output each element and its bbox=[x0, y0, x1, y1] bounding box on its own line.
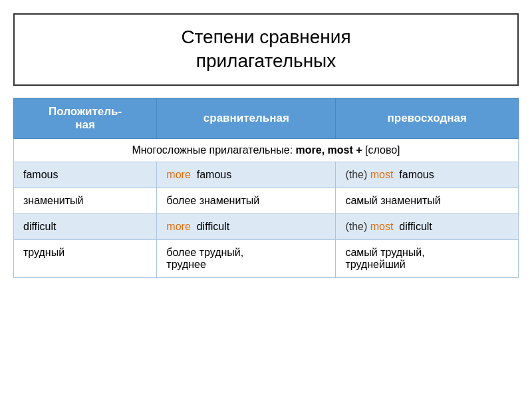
subheader-bold: more, most + bbox=[296, 144, 362, 156]
cell-comparative-3: more difficult bbox=[157, 213, 336, 239]
cell-superlative-1: (the) most famous bbox=[336, 162, 519, 188]
page-container: Степени сравнения прилагательных Положит… bbox=[13, 13, 519, 278]
subheader-text-before: Многосложные прилагательные: bbox=[132, 144, 295, 156]
subheader-row: Многосложные прилагательные: more, most … bbox=[14, 138, 519, 162]
the-label-2: (the) bbox=[345, 221, 367, 232]
more-label-2: more bbox=[166, 221, 190, 232]
title-line2: прилагательных bbox=[196, 51, 336, 71]
cell-positive-4: трудный bbox=[14, 239, 157, 277]
header-comparative: сравнительная bbox=[157, 98, 336, 138]
table-row: famous more famous (the) most famous bbox=[14, 162, 519, 188]
title-line1: Степени сравнения bbox=[181, 27, 350, 47]
cell-positive-3: difficult bbox=[14, 213, 157, 239]
subheader-cell: Многосложные прилагательные: more, most … bbox=[14, 138, 519, 162]
most-label-2: most bbox=[370, 221, 394, 232]
the-label-1: (the) bbox=[345, 169, 367, 180]
cell-comparative-2: более знаменитый bbox=[157, 188, 336, 213]
header-superlative: превосходная bbox=[336, 98, 519, 138]
comparison-table: Положитель-ная сравнительная превосходна… bbox=[13, 98, 519, 278]
cell-superlative-4: самый трудный,труднейший bbox=[336, 239, 519, 277]
cell-comparative-4: более трудный,труднее bbox=[157, 239, 336, 277]
table-row: знаменитый более знаменитый самый знамен… bbox=[14, 188, 519, 213]
cell-comparative-1: more famous bbox=[157, 162, 336, 188]
most-label-1: most bbox=[370, 169, 394, 180]
header-row: Положитель-ная сравнительная превосходна… bbox=[14, 98, 519, 138]
cell-positive-1: famous bbox=[14, 162, 157, 188]
table-row: трудный более трудный,труднее самый труд… bbox=[14, 239, 519, 277]
subheader-text-after: [слово] bbox=[362, 144, 400, 156]
cell-superlative-3: (the) most difficult bbox=[336, 213, 519, 239]
cell-positive-2: знаменитый bbox=[14, 188, 157, 213]
header-positive: Положитель-ная bbox=[14, 98, 157, 138]
table-row: difficult more difficult (the) most diff… bbox=[14, 213, 519, 239]
page-title: Степени сравнения прилагательных bbox=[13, 13, 519, 86]
cell-superlative-2: самый знаменитый bbox=[336, 188, 519, 213]
more-label-1: more bbox=[166, 169, 190, 180]
